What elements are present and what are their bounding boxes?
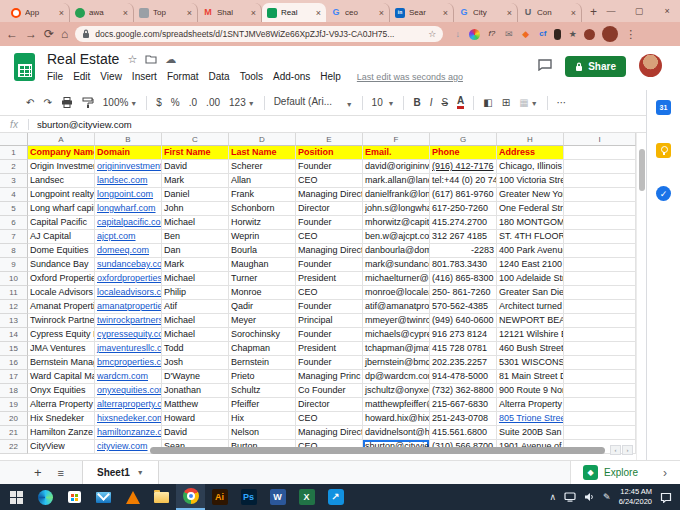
cell[interactable]: Maughan bbox=[229, 258, 296, 272]
cell[interactable]: danbourla@dom bbox=[363, 244, 430, 258]
pen-icon[interactable]: ✎ bbox=[603, 493, 611, 502]
user-avatar[interactable] bbox=[639, 54, 662, 77]
cell[interactable]: Prieto bbox=[229, 370, 296, 384]
browser-tab-top[interactable]: Top× bbox=[134, 3, 198, 22]
cell[interactable]: michaelturner@c bbox=[363, 272, 430, 286]
menu-data[interactable]: Data bbox=[209, 71, 230, 82]
cell[interactable]: 312 267 4185 bbox=[430, 230, 497, 244]
cell[interactable]: Chicago, Illinois bbox=[497, 160, 564, 174]
sheet-tab[interactable]: Sheet1 ▼ bbox=[82, 461, 159, 484]
cell[interactable]: wardcm.com bbox=[95, 370, 162, 384]
cell[interactable]: Long wharf capit bbox=[28, 202, 95, 216]
row-header-7[interactable]: 7 bbox=[0, 230, 28, 244]
all-sheets-icon[interactable]: ≡ bbox=[58, 467, 64, 479]
browser-tab-shal[interactable]: MShal× bbox=[198, 3, 262, 22]
font-select[interactable]: Default (Ari...▼ bbox=[274, 97, 353, 109]
format-currency-button[interactable]: $ bbox=[156, 98, 162, 108]
cell[interactable]: bmcproperties.c bbox=[95, 356, 162, 370]
cell[interactable]: danielfrank@lon bbox=[363, 188, 430, 202]
cell[interactable]: landsec.com bbox=[95, 174, 162, 188]
cell[interactable]: David bbox=[162, 160, 229, 174]
tasks-icon[interactable]: ✓ bbox=[656, 186, 671, 201]
cell[interactable]: Greater San Dieg bbox=[497, 286, 564, 300]
cell[interactable]: 81 Main Street Do bbox=[497, 370, 564, 384]
taskbar-word-icon[interactable]: W bbox=[263, 484, 292, 510]
cell[interactable]: D'Wayne bbox=[162, 370, 229, 384]
cell[interactable]: Todd bbox=[162, 342, 229, 356]
cell[interactable]: matthewpfeiffer@ bbox=[363, 398, 430, 412]
cell-empty[interactable] bbox=[564, 342, 636, 356]
cell-empty[interactable] bbox=[564, 314, 636, 328]
menu-edit[interactable]: Edit bbox=[73, 71, 90, 82]
explore-button[interactable]: ◆ Explore bbox=[570, 461, 650, 484]
cell-empty[interactable] bbox=[564, 258, 636, 272]
star-ext-icon[interactable]: ★ bbox=[567, 29, 578, 40]
browser-tab-city[interactable]: GCity× bbox=[454, 3, 518, 22]
menu-view[interactable]: View bbox=[100, 71, 122, 82]
row-header-10[interactable]: 10 bbox=[0, 272, 28, 286]
cell[interactable]: 12121 Wilshire Bl bbox=[497, 328, 564, 342]
cell[interactable]: Ward Capital Ma bbox=[28, 370, 95, 384]
decrease-decimal-button[interactable]: .0 bbox=[189, 98, 197, 108]
cell[interactable]: CEO bbox=[296, 286, 363, 300]
cell[interactable]: localeadvisors.cc bbox=[95, 286, 162, 300]
zoom-select[interactable]: 100%▼ bbox=[103, 98, 138, 108]
cell[interactable]: longwharf.com bbox=[95, 202, 162, 216]
row-header-9[interactable]: 9 bbox=[0, 258, 28, 272]
taskbar-vlc-icon[interactable] bbox=[118, 484, 147, 510]
header-cell[interactable]: First Name bbox=[162, 146, 229, 160]
cell[interactable]: Matthew bbox=[162, 398, 229, 412]
cell[interactable]: Principal bbox=[296, 314, 363, 328]
cell[interactable]: david@origininve bbox=[363, 160, 430, 174]
row-header-2[interactable]: 2 bbox=[0, 160, 28, 174]
cell[interactable]: jmaventuresllc.c bbox=[95, 342, 162, 356]
cell[interactable]: 100 Adelaide Stre bbox=[497, 272, 564, 286]
cell[interactable]: Suite 200B San F bbox=[497, 426, 564, 440]
row-header-22[interactable]: 22 bbox=[0, 440, 28, 454]
taskbar-mailapp-icon[interactable] bbox=[89, 484, 118, 510]
close-icon[interactable]: × bbox=[653, 6, 680, 16]
cell[interactable]: Mark bbox=[162, 174, 229, 188]
cell[interactable]: 617-250-7260 bbox=[430, 202, 497, 216]
color-wheel-ext-icon[interactable] bbox=[469, 29, 480, 40]
cell[interactable]: -2283 bbox=[430, 244, 497, 258]
sheet-menu-icon[interactable]: ▼ bbox=[137, 469, 144, 476]
cell[interactable]: (949) 640-0600 bbox=[430, 314, 497, 328]
cell[interactable]: JMA Ventures bbox=[28, 342, 95, 356]
row-header-18[interactable]: 18 bbox=[0, 384, 28, 398]
last-edit-link[interactable]: Last edit was seconds ago bbox=[357, 72, 463, 82]
scroll-left-icon[interactable]: ‹ bbox=[610, 445, 621, 455]
taskbar-photoshop-icon[interactable]: Ps bbox=[234, 484, 263, 510]
cell[interactable]: Founder bbox=[296, 356, 363, 370]
cell[interactable]: Mark bbox=[162, 258, 229, 272]
cell[interactable]: Qadir bbox=[229, 300, 296, 314]
cell[interactable]: Co Founder bbox=[296, 384, 363, 398]
dot-brown-ext-icon[interactable] bbox=[584, 29, 595, 40]
format-percent-button[interactable]: % bbox=[171, 98, 180, 108]
cell[interactable]: 805 Trione Street bbox=[497, 412, 564, 426]
bookmark-star-icon[interactable]: ☆ bbox=[428, 29, 436, 39]
mail-ext-icon[interactable]: ✉ bbox=[503, 29, 514, 40]
horizontal-scrollbar[interactable] bbox=[150, 447, 605, 454]
cell[interactable]: 1240 East 2100 S bbox=[497, 258, 564, 272]
address-bar[interactable]: docs.google.com/spreadsheets/d/1SNTJMVe8… bbox=[75, 26, 443, 42]
cell[interactable]: onyxequities.con bbox=[95, 384, 162, 398]
cell[interactable]: CEO bbox=[296, 230, 363, 244]
action-center-icon[interactable] bbox=[660, 492, 672, 503]
taskbar-edge-icon[interactable] bbox=[31, 484, 60, 510]
cell[interactable]: ST. 4TH FLOOR bbox=[497, 230, 564, 244]
cell[interactable]: Dome Equities bbox=[28, 244, 95, 258]
column-header-F[interactable]: F bbox=[363, 133, 430, 146]
cell[interactable]: Atif bbox=[162, 300, 229, 314]
cell[interactable]: Michael bbox=[162, 314, 229, 328]
cell[interactable]: Greater New York bbox=[497, 188, 564, 202]
cell-empty[interactable] bbox=[564, 188, 636, 202]
cell[interactable]: Bernstein bbox=[229, 356, 296, 370]
cell-empty[interactable] bbox=[564, 216, 636, 230]
cell[interactable]: Daniel bbox=[162, 188, 229, 202]
cell[interactable]: Onyx Equities bbox=[28, 384, 95, 398]
cell-empty[interactable] bbox=[564, 426, 636, 440]
maximize-icon[interactable]: ▢ bbox=[625, 6, 653, 16]
cell[interactable]: Architect turned E bbox=[497, 300, 564, 314]
more-tools-icon[interactable]: ⋯ bbox=[557, 98, 567, 108]
